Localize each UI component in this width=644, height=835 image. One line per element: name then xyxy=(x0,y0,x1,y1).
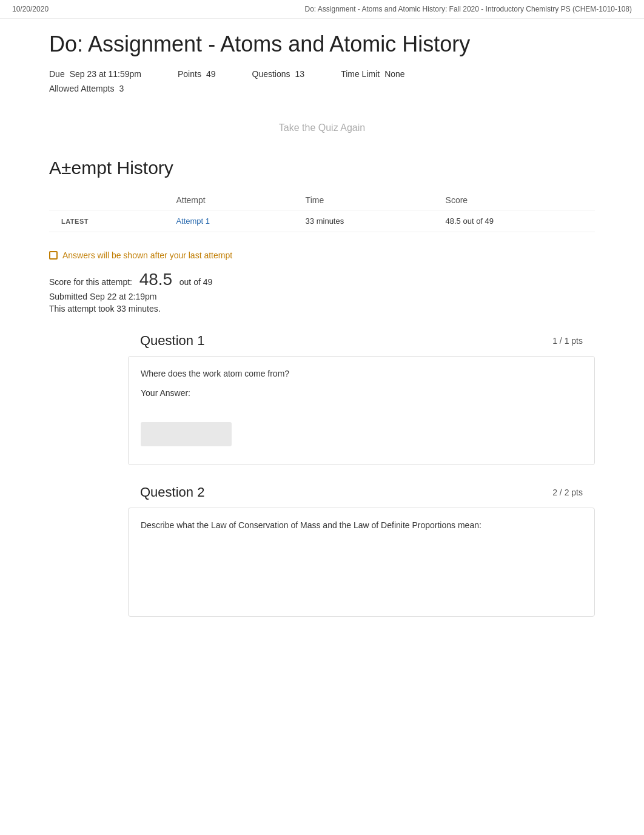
top-bar: 10/20/2020 Do: Assignment - Atoms and At… xyxy=(0,0,644,19)
score-outof: out of 49 xyxy=(179,277,213,287)
question-block-1: Question 1 1 / 1 pts Where does the work… xyxy=(49,326,595,465)
time-limit-value: None xyxy=(384,69,404,79)
allowed-attempts-label: Allowed Attempts xyxy=(49,84,114,93)
attempt-history-title: A±empt History xyxy=(49,158,595,178)
col-time: Time xyxy=(293,190,434,210)
question-2-text: Describe what the Law of Conservation of… xyxy=(141,520,582,530)
answer-image-1 xyxy=(141,422,232,446)
points-label: Points xyxy=(178,69,201,79)
page-title: Do: Assignment - Atoms and Atomic Histor… xyxy=(49,31,595,57)
current-date: 10/20/2020 xyxy=(12,5,49,13)
main-content: Do: Assignment - Atoms and Atomic Histor… xyxy=(31,19,613,641)
duration-line: This attempt took 33 minutes. xyxy=(49,304,595,314)
question-2-body: Describe what the Law of Conservation of… xyxy=(128,508,595,617)
question-2-title: Question 2 xyxy=(140,485,204,500)
allowed-attempts-value: 3 xyxy=(119,84,124,93)
latest-badge: LATEST xyxy=(61,218,89,225)
attempt-table: Attempt Time Score LATEST Attempt 1 33 m… xyxy=(49,190,595,232)
question-1-title: Question 1 xyxy=(140,333,204,349)
notice-icon xyxy=(49,251,58,260)
questions-item: Questions 13 xyxy=(252,69,305,79)
take-quiz-button[interactable]: Take the Quiz Again xyxy=(279,122,365,133)
answers-notice: Answers will be shown after your last at… xyxy=(49,250,595,260)
table-row: LATEST Attempt 1 33 minutes 48.5 out of … xyxy=(49,210,595,232)
due-item: Due Sep 23 at 11:59pm xyxy=(49,69,141,79)
questions-label: Questions xyxy=(252,69,290,79)
col-attempt: Attempt xyxy=(164,190,293,210)
row-time: 33 minutes xyxy=(293,210,434,232)
notice-text: Answers will be shown after your last at… xyxy=(62,250,232,260)
row-attempt: Attempt 1 xyxy=(164,210,293,232)
attempt-table-body: LATEST Attempt 1 33 minutes 48.5 out of … xyxy=(49,210,595,232)
score-line: Score for this attempt: 48.5 out of 49 xyxy=(49,270,595,289)
row-score: 48.5 out of 49 xyxy=(434,210,595,232)
question-2-pts: 2 / 2 pts xyxy=(552,488,583,497)
score-for-attempt-label: Score for this attempt: xyxy=(49,277,132,287)
time-limit-item: Time Limit None xyxy=(341,69,405,79)
allowed-attempts-item: Allowed Attempts 3 xyxy=(49,84,124,93)
question-block-2: Question 2 2 / 2 pts Describe what the L… xyxy=(49,477,595,617)
question-1-header: Question 1 1 / 1 pts xyxy=(128,326,595,356)
attempt-table-header-row: Attempt Time Score xyxy=(49,190,595,210)
take-quiz-section: Take the Quiz Again xyxy=(49,98,595,152)
time-limit-label: Time Limit xyxy=(341,69,380,79)
meta-row-1: Due Sep 23 at 11:59pm Points 49 Question… xyxy=(49,69,595,79)
submitted-line: Submitted Sep 22 at 2:19pm xyxy=(49,292,595,301)
score-section: Score for this attempt: 48.5 out of 49 S… xyxy=(49,270,595,314)
score-number: 48.5 xyxy=(139,270,173,289)
col-score: Score xyxy=(434,190,595,210)
your-answer-label-1: Your Answer: xyxy=(141,388,582,398)
attempt-table-head: Attempt Time Score xyxy=(49,190,595,210)
questions-value: 13 xyxy=(295,69,305,79)
attempt-link[interactable]: Attempt 1 xyxy=(176,216,210,226)
due-value: Sep 23 at 11:59pm xyxy=(70,69,141,79)
question-1-body: Where does the work atom come from? Your… xyxy=(128,356,595,465)
points-value: 49 xyxy=(206,69,216,79)
points-item: Points 49 xyxy=(178,69,216,79)
row-tag: LATEST xyxy=(49,210,164,232)
question-1-pts: 1 / 1 pts xyxy=(552,336,583,346)
meta-row-2: Allowed Attempts 3 xyxy=(49,84,595,93)
question-1-text: Where does the work atom come from? xyxy=(141,369,582,378)
due-label: Due xyxy=(49,69,65,79)
breadcrumb-text: Do: Assignment - Atoms and Atomic Histor… xyxy=(304,5,632,13)
col-tag xyxy=(49,190,164,210)
question-2-header: Question 2 2 / 2 pts xyxy=(128,477,595,508)
